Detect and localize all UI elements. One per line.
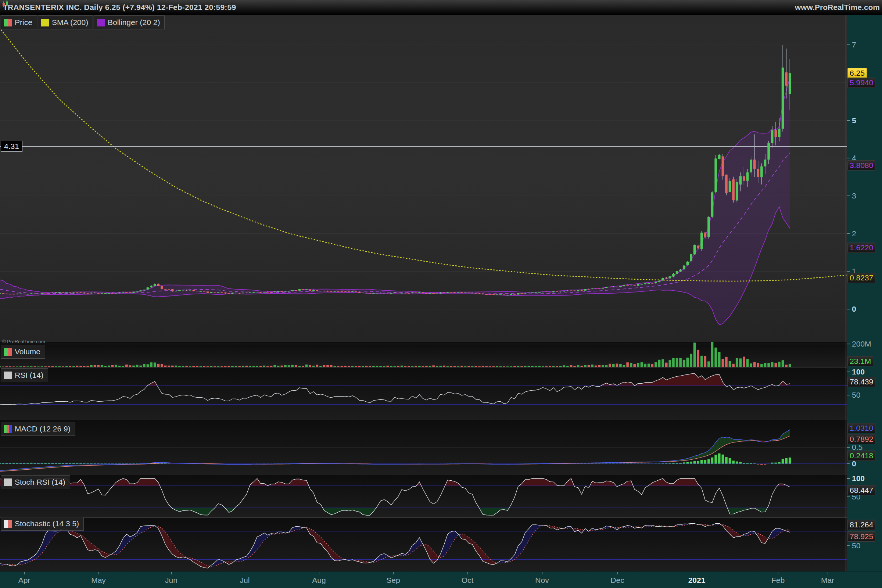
month-label-May: May <box>91 576 106 585</box>
month-tickmark <box>828 572 828 574</box>
legend-label: Bollinger (20 2) <box>108 18 160 27</box>
legend-stoch-rsi-14[interactable]: Stoch RSI (14) <box>1 475 70 489</box>
value-badge-5.9940: 5.9940 <box>848 78 875 88</box>
month-label-Aug: Aug <box>312 576 326 585</box>
month-label-Sep: Sep <box>386 576 400 585</box>
macd-swatch-icon <box>4 425 12 433</box>
value-badge-0.2418: 0.2418 <box>848 450 875 461</box>
value-badge-1.0310: 1.0310 <box>848 423 875 433</box>
legend-label: Price <box>15 18 32 27</box>
month-tickmark <box>99 572 99 574</box>
month-label-Dec: Dec <box>610 576 624 585</box>
axis-tick-label: 5 <box>852 116 856 125</box>
legend-label: RSI (14) <box>15 371 44 380</box>
legend-label: SMA (200) <box>52 18 88 27</box>
axis-tick-label: 50 <box>852 391 860 399</box>
axis-tickmark <box>847 158 850 158</box>
legend-rsi-14[interactable]: RSI (14) <box>1 368 48 382</box>
value-badge-0.7892: 0.7892 <box>848 434 875 444</box>
month-label-Jul: Jul <box>240 576 250 585</box>
axis-tick-label: 3 <box>852 192 856 200</box>
month-tickmark <box>171 572 172 574</box>
axis-tickmark <box>847 309 850 309</box>
month-label-2021: 2021 <box>688 576 706 585</box>
kd-swatch-icon <box>4 520 12 528</box>
axis-divider <box>846 15 846 572</box>
value-badge-81.264: 81.264 <box>848 520 875 530</box>
month-tickmark <box>319 572 320 574</box>
price-level-label[interactable]: 4.31 <box>1 141 22 152</box>
candlestick-logo-icon <box>2 0 9 8</box>
month-tickmark <box>24 572 25 574</box>
month-tickmark <box>468 572 468 574</box>
axis-tickmark <box>847 478 850 479</box>
month-label-Oct: Oct <box>462 576 474 585</box>
instrument-title: TRANSENTERIX INC. Daily 6.25 (+7.94%) 12… <box>3 3 236 12</box>
value-badge-3.8080: 3.8080 <box>848 160 875 171</box>
legend-label: Volume <box>15 347 40 356</box>
axis-tick-label: 7 <box>852 40 856 49</box>
value-badge-0.8237: 0.8237 <box>848 273 875 283</box>
month-label-Nov: Nov <box>535 576 549 585</box>
axis-tickmark <box>847 395 850 395</box>
legend-price[interactable]: Price <box>1 15 37 29</box>
month-tickmark <box>245 572 245 574</box>
legend-stochastic-14-3-5[interactable]: Stochastic (14 3 5) <box>1 517 84 531</box>
month-label-Jun: Jun <box>165 576 177 585</box>
month-label-Feb: Feb <box>771 576 784 585</box>
price-axis[interactable]: 7543210200M100500.5010050506.255.99403.8… <box>847 15 882 572</box>
axis-tick-label: 50 <box>852 542 860 550</box>
title-bar: TRANSENTERIX INC. Daily 6.25 (+7.94%) 12… <box>0 0 882 15</box>
legend-bollinger-20-2[interactable]: Bollinger (20 2) <box>94 15 165 29</box>
axis-tickmark <box>847 344 850 344</box>
axis-tickmark <box>847 372 850 372</box>
value-badge-78.925: 78.925 <box>848 531 875 542</box>
axis-tickmark <box>847 271 850 272</box>
axis-tick-label: 2 <box>852 230 856 238</box>
value-badge-78.439: 78.439 <box>848 376 875 387</box>
legend-label: Stoch RSI (14) <box>15 478 65 487</box>
legend-label: MACD (12 26 9) <box>15 424 70 433</box>
value-badge-1.6220: 1.6220 <box>848 243 875 253</box>
axis-tickmark <box>847 195 850 196</box>
legend-macd-12-26-9[interactable]: MACD (12 26 9) <box>1 422 75 436</box>
color-swatch-icon <box>41 19 49 27</box>
updown-swatch-icon <box>4 348 12 356</box>
axis-tickmark <box>847 233 850 234</box>
value-badge-6.25: 6.25 <box>848 68 867 78</box>
axis-tickmark <box>847 545 850 546</box>
month-tickmark <box>617 572 618 574</box>
prorealtime-chart-window: TRANSENTERIX INC. Daily 6.25 (+7.94%) 12… <box>0 0 882 588</box>
watermark: © ProRealTime.com <box>2 339 45 344</box>
axis-tickmark <box>847 496 850 497</box>
value-badge-68.447: 68.447 <box>848 485 875 495</box>
month-tickmark <box>393 572 394 574</box>
legend-sma-200[interactable]: SMA (200) <box>38 15 93 29</box>
axis-tickmark <box>847 447 850 448</box>
month-tickmark <box>697 572 697 574</box>
color-swatch-icon <box>4 372 12 379</box>
axis-tick-label: 0 <box>852 304 856 314</box>
month-tickmark <box>778 572 778 574</box>
legend-volume[interactable]: Volume <box>1 345 45 358</box>
color-swatch-icon <box>97 19 105 27</box>
time-axis[interactable]: AprMayJunJulAugSepOctNovDec2021FebMar <box>0 572 882 588</box>
value-badge-23.1M: 23.1M <box>848 356 873 366</box>
axis-tickmark <box>847 45 850 45</box>
axis-tick-label: 100 <box>852 474 865 483</box>
axis-tick-label: 200M <box>852 340 872 348</box>
updown-swatch-icon <box>4 19 12 27</box>
axis-tickmark <box>847 120 850 121</box>
website-link[interactable]: www.ProRealTime.com <box>795 3 880 12</box>
axis-tick-label: 100 <box>852 368 865 376</box>
axis-tickmark <box>847 464 850 464</box>
color-swatch-icon <box>4 478 12 486</box>
chart-plot-svg[interactable] <box>0 0 847 572</box>
legend-label: Stochastic (14 3 5) <box>15 519 79 528</box>
month-label-Mar: Mar <box>821 576 834 585</box>
month-label-Apr: Apr <box>18 576 30 585</box>
